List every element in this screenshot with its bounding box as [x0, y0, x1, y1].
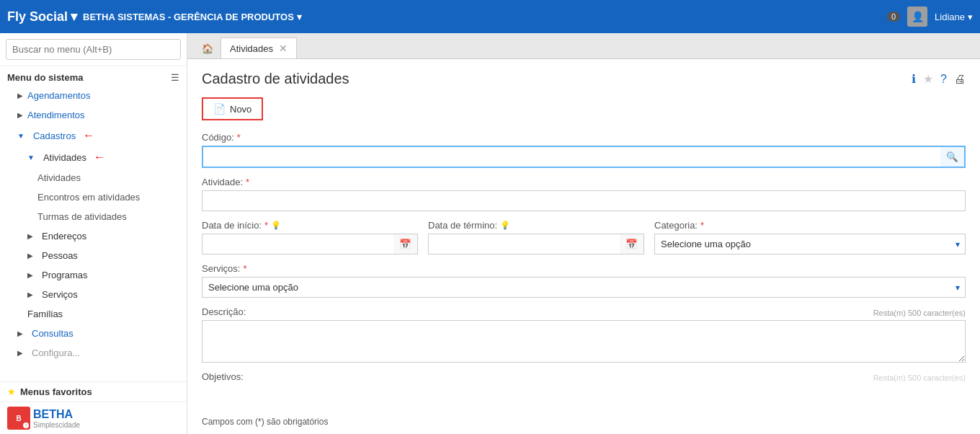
- objetivos-label: Objetivos: Resta(m) 500 caracter(es): [202, 371, 966, 382]
- data-inicio-input[interactable]: [202, 234, 393, 254]
- sidebar-content: ▶ Agendamentos ▶ Atendimentos ▼ Cadastro…: [0, 86, 187, 381]
- sidebar-item-agendamentos[interactable]: ▶ Agendamentos: [0, 86, 187, 105]
- sidebar-item-label: Configura...: [32, 347, 80, 358]
- servicos-select-wrapper: Selecione uma opção ▾: [202, 277, 966, 298]
- sidebar-item-label: Atendimentos: [27, 110, 85, 120]
- arrow-icon: ▶: [17, 111, 23, 119]
- categoria-label: Categoria: *: [654, 220, 966, 231]
- sidebar-item-cadastros[interactable]: ▼ Cadastros ←: [0, 125, 187, 146]
- sidebar-item-servicos[interactable]: ▶ Serviços: [0, 285, 187, 304]
- brand-caret: ▾: [71, 9, 77, 25]
- betha-text-group: BETHA Simplescidade: [33, 408, 80, 429]
- codigo-search-button[interactable]: 🔍: [940, 146, 966, 168]
- sidebar-item-label: Cadastros: [33, 130, 76, 141]
- document-icon: 📄: [213, 103, 226, 115]
- sidebar-item-turmas[interactable]: Turmas de atividades: [0, 207, 187, 226]
- sidebar-item-configuracoes[interactable]: ▶ Configura...: [0, 343, 187, 363]
- sidebar-item-label: Famílias: [27, 309, 63, 319]
- atividade-label: Atividade: *: [202, 177, 966, 187]
- form-section: Código: * 🔍 Atividade: *: [202, 132, 966, 385]
- required-star: *: [246, 177, 249, 187]
- categoria-select-wrapper: Selecione uma opção ▾: [654, 234, 966, 254]
- favorites-label: Menus favoritos: [20, 386, 92, 397]
- data-termino-input[interactable]: [428, 234, 620, 254]
- user-caret: ▾: [968, 12, 973, 22]
- print-icon[interactable]: 🖨: [954, 73, 966, 86]
- calendar-icon: 📅: [399, 239, 411, 249]
- sidebar-item-label: Programas: [42, 270, 88, 280]
- arrow-icon: ▶: [17, 329, 23, 337]
- bookmark-star-icon[interactable]: ★: [923, 72, 933, 86]
- codigo-label: Código: *: [202, 132, 966, 143]
- arrow-icon: ▶: [27, 291, 33, 298]
- data-inicio-calendar-button[interactable]: 📅: [393, 234, 418, 254]
- sidebar-item-consultas[interactable]: ▶ Consultas: [0, 324, 187, 343]
- arrow-icon: ▶: [17, 349, 23, 357]
- system-name[interactable]: BETHA SISTEMAS - GERÊNCIA DE PRODUTOS ▾: [83, 12, 302, 22]
- sidebar-item-label: Consultas: [32, 328, 74, 339]
- user-menu[interactable]: Lidiane ▾: [935, 12, 973, 22]
- arrow-icon: ▼: [17, 132, 24, 140]
- sidebar-item-label: Atividades: [43, 152, 86, 163]
- sidebar-item-label: Turmas de atividades: [37, 211, 127, 222]
- servicos-label: Serviços: *: [202, 263, 966, 274]
- sidebar-item-label: Atividades: [37, 172, 81, 183]
- data-termino-calendar-button[interactable]: 📅: [620, 234, 644, 254]
- sidebar-search-area: [0, 33, 187, 66]
- descricao-textarea[interactable]: [202, 320, 966, 363]
- dates-category-row: Data de início: * 💡 📅: [202, 220, 966, 254]
- sidebar-item-familias[interactable]: Famílias: [0, 304, 187, 324]
- sidebar-item-atividades[interactable]: Atividades: [0, 168, 187, 187]
- atividade-input[interactable]: [202, 190, 966, 211]
- required-star: *: [264, 220, 268, 231]
- navbar-left: Fly Social ▾ BETHA SISTEMAS - GERÊNCIA D…: [7, 9, 302, 25]
- sidebar-favorites: ★ Menus favoritos: [0, 381, 187, 402]
- codigo-input[interactable]: [202, 146, 940, 168]
- sidebar-item-label: Agendamentos: [27, 90, 90, 101]
- atividade-group: Atividade: *: [202, 177, 966, 211]
- tab-atividades[interactable]: Atividades ✕: [220, 37, 297, 58]
- objetivos-group: Objetivos: Resta(m) 500 caracter(es): [202, 371, 966, 385]
- data-inicio-input-wrapper: 📅: [202, 234, 418, 254]
- layout: Menu do sistema ☰ ▶ Agendamentos ▶ Atend…: [0, 33, 980, 434]
- header-icons: ℹ ★ ? 🖨: [912, 72, 966, 86]
- data-inicio-group: Data de início: * 💡 📅: [202, 220, 418, 254]
- betha-logo: B ! BETHA Simplescidade: [0, 402, 187, 434]
- system-label: BETHA SISTEMAS - GERÊNCIA DE PRODUTOS: [83, 12, 294, 22]
- user-name-label: Lidiane: [935, 12, 965, 22]
- sidebar-item-pessoas[interactable]: ▶ Pessoas: [0, 246, 187, 265]
- sidebar-item-enderecos[interactable]: ▶ Endereços: [0, 226, 187, 246]
- required-note: Campos com (*) são obrigatórios: [202, 417, 328, 427]
- categoria-select[interactable]: Selecione uma opção: [654, 234, 966, 254]
- tab-label: Atividades: [230, 43, 273, 54]
- menu-collapse-icon[interactable]: ☰: [171, 72, 179, 83]
- data-termino-label: Data de término: 💡: [428, 220, 644, 231]
- red-arrow-indicator2: ←: [94, 151, 105, 164]
- notification-badge[interactable]: 0: [887, 12, 900, 22]
- sidebar-item-encontros[interactable]: Encontros em atividades: [0, 187, 187, 207]
- system-caret: ▾: [297, 12, 302, 22]
- arrow-icon: ▼: [27, 154, 35, 161]
- tab-home[interactable]: 🏠: [195, 39, 220, 58]
- info-icon: 💡: [271, 221, 281, 230]
- servicos-group: Serviços: * Selecione uma opção ▾: [202, 263, 966, 298]
- sidebar-item-label: Serviços: [42, 289, 78, 300]
- brand-logo[interactable]: Fly Social ▾: [7, 9, 77, 25]
- help-icon[interactable]: ?: [940, 73, 947, 86]
- arrow-icon: ▶: [27, 232, 33, 240]
- arrow-icon: ▶: [27, 252, 33, 260]
- descricao-label: Descrição: Resta(m) 500 caracter(es): [202, 306, 966, 317]
- sidebar-menu-header: Menu do sistema ☰: [0, 66, 187, 86]
- novo-button[interactable]: 📄 Novo: [202, 97, 263, 120]
- sidebar-item-programas[interactable]: ▶ Programas: [0, 265, 187, 285]
- menu-title: Menu do sistema: [7, 72, 83, 83]
- search-icon: 🔍: [946, 151, 958, 162]
- info-icon: 💡: [500, 221, 510, 230]
- search-input[interactable]: [6, 39, 181, 60]
- content-area: Cadastro de atividades ℹ ★ ? 🖨 📄 Novo: [187, 59, 980, 434]
- tab-close-button[interactable]: ✕: [279, 43, 288, 54]
- sidebar-item-atividades-group[interactable]: ▼ Atividades ←: [0, 146, 187, 168]
- servicos-select[interactable]: Selecione uma opção: [202, 277, 966, 298]
- sidebar-item-atendimentos[interactable]: ▶ Atendimentos: [0, 105, 187, 125]
- info-circle-icon[interactable]: ℹ: [912, 72, 916, 86]
